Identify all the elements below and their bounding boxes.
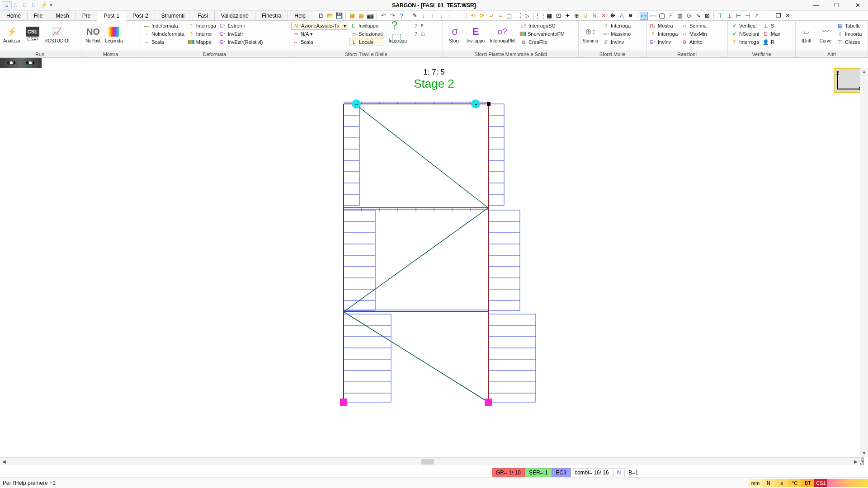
- tab-post1[interactable]: Post-1: [97, 11, 126, 21]
- analizza-button[interactable]: ⚡Analizza: [2, 22, 22, 47]
- arrow-up-icon[interactable]: ↑: [429, 12, 437, 20]
- mappa-button[interactable]: Mappa: [187, 38, 217, 46]
- importa-button[interactable]: ⇩Importa: [835, 30, 863, 38]
- redo-icon[interactable]: ↷: [388, 12, 396, 20]
- rotate4-icon[interactable]: ⤿: [496, 12, 504, 20]
- idrift-button[interactable]: ▱IDrift: [797, 22, 816, 47]
- noindeformata-button[interactable]: ⟋NoIndeformata: [142, 30, 186, 38]
- unit-bt[interactable]: BT: [801, 479, 815, 487]
- qa-icon-2[interactable]: ⎍: [23, 2, 30, 9]
- maximize-button[interactable]: ☐: [826, 0, 847, 11]
- maxmin-button[interactable]: ↑↑MaxMin: [680, 30, 708, 38]
- tl1-icon[interactable]: ⊤: [716, 12, 724, 20]
- interrogaso-button[interactable]: σ?InterrogaSO: [519, 22, 566, 30]
- xsec-icon[interactable]: ⊠: [703, 12, 711, 20]
- legenda-button[interactable]: Legenda: [104, 22, 124, 47]
- rotate1-icon[interactable]: ⟲: [469, 12, 477, 20]
- a-icon[interactable]: A: [618, 12, 626, 20]
- rotate3-icon[interactable]: ⤾: [487, 12, 495, 20]
- verifica-button[interactable]: ✔Verifica!: [730, 22, 760, 30]
- invinv-reaz-button[interactable]: EˣInvInv: [648, 38, 679, 46]
- estremi-button[interactable]: EˣEstremi: [218, 22, 264, 30]
- tab-pre[interactable]: Pre: [76, 11, 98, 20]
- status-ser[interactable]: SER= 1: [525, 468, 552, 477]
- pencil-icon[interactable]: ✎: [410, 12, 419, 20]
- x-icon[interactable]: ✕: [599, 12, 608, 20]
- unit-gradient[interactable]: [827, 479, 868, 487]
- unit-cs1[interactable]: CS1: [814, 479, 828, 487]
- minus-icon[interactable]: —: [765, 12, 774, 20]
- classe-button[interactable]: ⊤Classe: [835, 38, 863, 46]
- restore-icon[interactable]: ❐: [774, 12, 783, 20]
- tab-mesh[interactable]: Mesh: [49, 11, 75, 20]
- qa-dropdown-icon[interactable]: ▾: [50, 2, 57, 9]
- tab-validazione[interactable]: Validazione: [215, 11, 255, 20]
- minimize-button[interactable]: —: [806, 0, 826, 11]
- s-button[interactable]: ⊥S: [761, 22, 782, 30]
- new-icon[interactable]: 🗋: [317, 12, 325, 20]
- horizontal-scrollbar[interactable]: ◀▶: [0, 457, 860, 465]
- snervamento-button[interactable]: SnervamentoPM: [519, 30, 566, 38]
- arrow-down-icon[interactable]: ↓: [420, 12, 428, 20]
- close-button[interactable]: ✕: [847, 0, 868, 11]
- target-icon[interactable]: ⊕: [572, 12, 580, 20]
- spark-icon[interactable]: ✦: [563, 12, 571, 20]
- tab-fasi[interactable]: Fasi: [191, 11, 215, 20]
- fit-icon[interactable]: ⛶: [514, 12, 522, 20]
- g-icon[interactable]: G: [685, 12, 693, 20]
- unit-mm[interactable]: mm: [749, 479, 762, 487]
- tl2-icon[interactable]: ⊥: [725, 12, 733, 20]
- tab-finestra[interactable]: Finestra: [255, 11, 288, 20]
- save-icon[interactable]: 💾: [335, 12, 343, 20]
- tab-help[interactable]: Help: [288, 11, 312, 20]
- investrrel-button[interactable]: EˣInvEstr(Relativi): [218, 38, 264, 46]
- interroga-e-button[interactable]: ?E: [411, 22, 426, 30]
- tab-post2[interactable]: Post-2: [126, 11, 155, 20]
- arrow-down2-icon[interactable]: ↓: [438, 12, 446, 20]
- attrito-button[interactable]: ⚙Attrito: [680, 38, 708, 46]
- rotate2-icon[interactable]: ⟳: [478, 12, 486, 20]
- creafile-button[interactable]: 🗎CreaFile: [519, 38, 566, 46]
- status-n[interactable]: N: [613, 468, 625, 477]
- table-icon[interactable]: ▤: [357, 12, 365, 20]
- qa-bolt-icon[interactable]: ⚡: [41, 2, 48, 9]
- help-icon[interactable]: ?: [397, 12, 406, 20]
- close2-icon[interactable]: ✕: [783, 12, 792, 20]
- tabelle-button[interactable]: ▦Tabelle: [835, 22, 863, 30]
- burst-icon[interactable]: ❋: [609, 12, 617, 20]
- sforzi-button[interactable]: σSforzi: [445, 22, 465, 47]
- u-icon[interactable]: U: [581, 12, 590, 20]
- open-icon[interactable]: 📂: [326, 12, 334, 20]
- tab-home[interactable]: Home: [0, 11, 28, 20]
- indeformata-button[interactable]: —Indeformata: [142, 22, 186, 30]
- tl5-icon[interactable]: ↗: [752, 12, 760, 20]
- arrow-icon[interactable]: ➘: [694, 12, 702, 20]
- f-icon[interactable]: F: [667, 12, 675, 20]
- scala2-button[interactable]: ↔Scala: [291, 38, 348, 46]
- rcstudio-button[interactable]: 📈RCSTUDIO!: [43, 22, 71, 47]
- tl4-icon[interactable]: ⊣: [743, 12, 751, 20]
- tab-strumenti[interactable]: Strumenti: [155, 11, 191, 20]
- grid-icon[interactable]: ▦: [348, 12, 356, 20]
- nsezioni-button[interactable]: ✔NSezioni: [730, 30, 760, 38]
- max-button[interactable]: EMax: [761, 30, 782, 38]
- interno-button[interactable]: ?Interno: [187, 30, 217, 38]
- frame-icon[interactable]: ▥: [676, 12, 684, 20]
- camera-icon[interactable]: 📷: [366, 12, 374, 20]
- interroga-button[interactable]: ?Interroga: [187, 22, 217, 30]
- somma-reaz-button[interactable]: ↑↑Somma: [680, 22, 708, 30]
- interroga-l-button[interactable]: ?⬚: [411, 30, 426, 38]
- unit-n[interactable]: N: [762, 479, 775, 487]
- r-button[interactable]: 👤R: [761, 38, 782, 46]
- net-icon[interactable]: ▦: [545, 12, 553, 20]
- n-icon[interactable]: N: [590, 12, 599, 20]
- interroga-ver-button[interactable]: ?Interroga: [730, 38, 760, 46]
- view2-icon[interactable]: ▭: [649, 12, 657, 20]
- interroga-reaz-button[interactable]: ?Interroga: [648, 30, 679, 38]
- circle-icon[interactable]: ◯: [658, 12, 666, 20]
- square-icon[interactable]: ▢: [505, 12, 513, 20]
- interroga-molle-button[interactable]: ?Interroga: [601, 22, 632, 30]
- massimo-button[interactable]: MaxMassimo: [601, 30, 632, 38]
- arrow-right-icon[interactable]: →: [456, 12, 464, 20]
- scala-button[interactable]: ↔Scala: [142, 38, 186, 46]
